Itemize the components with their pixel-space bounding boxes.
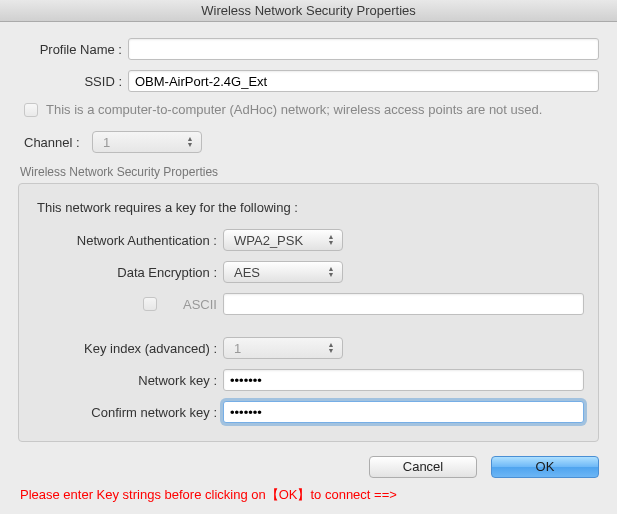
security-groupbox: This network requires a key for the foll… [18, 183, 599, 442]
auth-label: Network Authentication : [33, 233, 223, 248]
confirm-key-input[interactable] [223, 401, 584, 423]
channel-select[interactable]: 1 ▲▼ [92, 131, 202, 153]
footer-warning: Please enter Key strings before clicking… [20, 486, 599, 504]
ssid-input[interactable] [128, 70, 599, 92]
chevron-updown-icon: ▲▼ [324, 234, 338, 246]
key-index-value: 1 [234, 341, 241, 356]
network-key-label: Network key : [33, 373, 223, 388]
cancel-button[interactable]: Cancel [369, 456, 477, 478]
window-title: Wireless Network Security Properties [201, 3, 416, 18]
group-legend: Wireless Network Security Properties [20, 165, 599, 179]
chevron-updown-icon: ▲▼ [324, 266, 338, 278]
adhoc-label: This is a computer-to-computer (AdHoc) n… [46, 102, 542, 117]
ascii-checkbox[interactable] [143, 297, 157, 311]
network-key-input[interactable] [223, 369, 584, 391]
chevron-updown-icon: ▲▼ [183, 136, 197, 148]
ascii-label: ASCII [183, 297, 217, 312]
channel-value: 1 [103, 135, 110, 150]
dialog-content: Profile Name : SSID : This is a computer… [0, 22, 617, 514]
auth-value: WPA2_PSK [234, 233, 303, 248]
enc-select[interactable]: AES ▲▼ [223, 261, 343, 283]
auth-select[interactable]: WPA2_PSK ▲▼ [223, 229, 343, 251]
adhoc-checkbox[interactable] [24, 103, 38, 117]
ssid-label: SSID : [18, 74, 128, 89]
window-titlebar: Wireless Network Security Properties [0, 0, 617, 22]
ascii-input[interactable] [223, 293, 584, 315]
key-index-select[interactable]: 1 ▲▼ [223, 337, 343, 359]
key-index-label: Key index (advanced) : [33, 341, 223, 356]
ok-button[interactable]: OK [491, 456, 599, 478]
profile-name-label: Profile Name : [18, 42, 128, 57]
group-intro: This network requires a key for the foll… [37, 200, 584, 215]
profile-name-input[interactable] [128, 38, 599, 60]
enc-value: AES [234, 265, 260, 280]
enc-label: Data Encryption : [33, 265, 223, 280]
confirm-key-label: Confirm network key : [33, 405, 223, 420]
channel-label: Channel : [18, 135, 92, 150]
chevron-updown-icon: ▲▼ [324, 342, 338, 354]
